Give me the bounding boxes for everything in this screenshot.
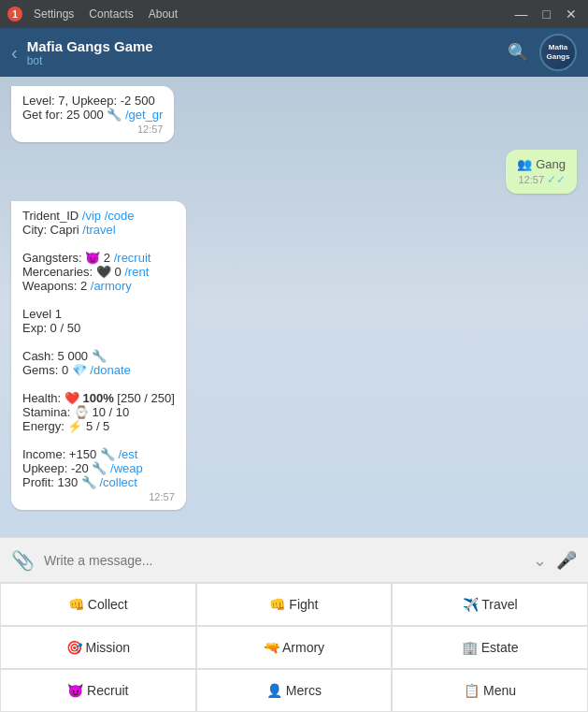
minimize-button[interactable]: — [511, 7, 532, 22]
rent-link[interactable]: /rent [124, 265, 149, 279]
vip-link[interactable]: /vip [82, 209, 101, 223]
msg-line-2: Get for: 25 000 🔧 /get_gr [22, 108, 163, 122]
energy-line: Energy: ⚡ 5 / 5 [22, 419, 175, 433]
code-link[interactable]: /code [105, 209, 135, 223]
get-gr-link[interactable]: /get_gr [125, 108, 163, 122]
header-info: Mafia Gangs Game bot [27, 38, 498, 67]
message-input[interactable] [44, 553, 523, 568]
armory-button[interactable]: 🔫 Armory [196, 626, 393, 669]
cash-line: Cash: 5 000 🔧 [22, 349, 175, 363]
estate-button[interactable]: 🏢 Estate [392, 626, 588, 669]
app-icon: 1 [7, 7, 22, 22]
city-line: City: Capri /travel [22, 223, 175, 237]
chat-header: ‹ Mafia Gangs Game bot 🔍 MafiaGangs [0, 28, 588, 77]
search-button[interactable]: 🔍 [508, 42, 528, 63]
armory-link[interactable]: /armory [91, 279, 132, 293]
profit-line: Profit: 130 🔧 /collect [22, 475, 175, 489]
window-controls: — □ ✕ [511, 7, 581, 22]
health-line: Health: ❤️ 100% [250 / 250] [22, 391, 175, 405]
input-bar: 📎 ⌄ 🎤 [0, 537, 588, 582]
bubble-1: Level: 7, Upkeep: -2 500 Get for: 25 000… [11, 86, 174, 142]
travel-button[interactable]: ✈️ Travel [392, 583, 588, 626]
chat-area: Level: 7, Upkeep: -2 500 Get for: 25 000… [0, 77, 588, 537]
weap-link[interactable]: /weap [110, 461, 143, 475]
trident-id: Trident_ID [22, 209, 79, 223]
bubble-gang: 👥 Gang 12:57 ✓✓ [506, 150, 577, 194]
income-line: Income: +150 🔧 /est [22, 447, 175, 461]
message-gang: 👥 Gang 12:57 ✓✓ [506, 150, 577, 194]
chat-title: Mafia Gangs Game [27, 38, 498, 54]
avatar: MafiaGangs [539, 34, 577, 71]
header-actions: 🔍 MafiaGangs [508, 34, 577, 71]
gang-label: 👥 Gang [517, 157, 566, 171]
gangsters-line: Gangsters: 😈 2 /recruit [22, 251, 175, 265]
upkeep-line: Upkeep: -20 🔧 /weap [22, 461, 175, 475]
mercenaries-line: Mercenaries: 🖤 0 /rent [22, 265, 175, 279]
msg-time-1: 12:57 [22, 124, 163, 135]
attach-button[interactable]: 📎 [11, 549, 35, 572]
profile-bubble: Trident_ID /vip /code City: Capri /trave… [11, 201, 186, 510]
mercs-button[interactable]: 👤 Mercs [196, 669, 393, 712]
msg-time-gang: 12:57 ✓✓ [517, 173, 566, 186]
chevron-down-icon[interactable]: ⌄ [533, 550, 547, 571]
recruit-link[interactable]: /recruit [114, 251, 151, 265]
settings-menu[interactable]: Settings [34, 7, 74, 21]
mission-button[interactable]: 🎯 Mission [0, 626, 196, 669]
close-button[interactable]: ✕ [562, 7, 581, 22]
msg-line-1: Level: 7, Upkeep: -2 500 [22, 94, 163, 108]
recruit-button[interactable]: 😈 Recruit [0, 669, 196, 712]
chat-subtitle: bot [27, 54, 498, 67]
back-button[interactable]: ‹ [11, 42, 18, 64]
health-pct: 100% [82, 391, 113, 405]
est-link[interactable]: /est [118, 447, 137, 461]
title-bar-menu: Settings Contacts About [34, 7, 178, 21]
weapons-line: Weapons: 2 /armory [22, 279, 175, 293]
gang-text: Gang [536, 157, 566, 171]
exp-line: Exp: 0 / 50 [22, 321, 175, 335]
collect-button[interactable]: 👊 Collect [0, 583, 196, 626]
message-1: Level: 7, Upkeep: -2 500 Get for: 25 000… [11, 86, 174, 142]
title-bar-left: 1 Settings Contacts About [7, 7, 178, 22]
profile-message: Trident_ID /vip /code City: Capri /trave… [11, 201, 186, 510]
read-check: ✓✓ [547, 173, 566, 186]
level-line: Level 1 [22, 307, 175, 321]
donate-link[interactable]: /donate [90, 363, 130, 377]
input-actions: ⌄ 🎤 [533, 550, 577, 571]
gems-line: Gems: 0 💎 /donate [22, 363, 175, 377]
microphone-icon[interactable]: 🎤 [556, 550, 577, 571]
menu-button[interactable]: 📋 Menu [392, 669, 588, 712]
about-menu[interactable]: About [149, 7, 178, 21]
maximize-button[interactable]: □ [539, 7, 554, 22]
gang-icon: 👥 [517, 157, 532, 171]
title-bar: 1 Settings Contacts About — □ ✕ [0, 0, 588, 28]
profile-time: 12:57 [22, 491, 175, 502]
contacts-menu[interactable]: Contacts [89, 7, 133, 21]
stamina-line: Stamina: ⌚ 10 / 10 [22, 405, 175, 419]
profile-id-line: Trident_ID /vip /code [22, 209, 175, 223]
travel-link[interactable]: /travel [82, 223, 115, 237]
bot-buttons-grid: 👊 Collect 👊 Fight ✈️ Travel 🎯 Mission 🔫 … [0, 582, 588, 712]
fight-button[interactable]: 👊 Fight [196, 583, 393, 626]
collect-link[interactable]: /collect [100, 475, 137, 489]
